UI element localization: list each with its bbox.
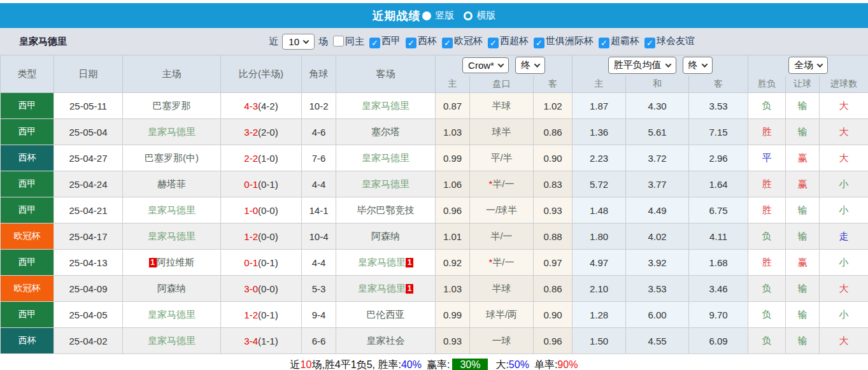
match-count-select[interactable]: 10 — [282, 34, 315, 50]
lose-odds: 6.75 — [689, 197, 748, 224]
handicap-away-odds: 0.83 — [534, 171, 573, 197]
away-team-link[interactable]: 皇家马德里 — [362, 152, 409, 163]
home-team-cell: 阿森纳 — [123, 276, 221, 302]
home-team-link[interactable]: 皇家马德里 — [148, 335, 196, 346]
home-team-cell: 赫塔菲 — [123, 171, 221, 197]
handicap-line: 平/半 — [490, 152, 512, 163]
result-cell: 胜 — [748, 171, 786, 197]
away-team-link[interactable]: 巴伦西亚 — [367, 309, 405, 320]
score-cell: 1-2(0-0) — [221, 224, 302, 250]
match-date: 25-04-02 — [54, 328, 123, 354]
checkbox-checked-icon[interactable]: ✓ — [488, 38, 499, 48]
away-team-link[interactable]: 皇家社会 — [367, 335, 405, 346]
corner-cell: 4-4 — [302, 171, 336, 197]
vertical-radio-label[interactable]: 竖版 — [436, 10, 455, 22]
away-team-link[interactable]: 毕尔巴鄂竞技 — [357, 204, 415, 215]
home-team-link[interactable]: 皇家马德里 — [148, 126, 196, 137]
home-team-link[interactable]: 巴塞罗那 — [153, 100, 191, 111]
away-team-link[interactable]: 皇家马德里 — [358, 257, 406, 267]
col-header-corner: 角球 — [302, 55, 336, 93]
horizontal-radio[interactable] — [464, 11, 473, 20]
summary-profit-rate: 30% — [452, 359, 488, 370]
fulltime-score: 0-1 — [244, 257, 258, 268]
handicap-away-odds: 0.93 — [534, 197, 573, 224]
handicap-result-cell: 输 — [786, 224, 820, 250]
handicap-away-odds: 0.97 — [534, 250, 573, 276]
checkbox-unchecked-icon[interactable] — [333, 36, 344, 46]
vertical-radio[interactable] — [422, 11, 431, 20]
home-team-cell: 皇家马德里 — [123, 302, 221, 328]
lose-odds: 1.64 — [689, 171, 748, 197]
handicap-result-cell: 输 — [786, 119, 820, 145]
halftime-score: (0-1) — [258, 310, 278, 320]
away-team-link[interactable]: 皇家马德里 — [362, 100, 409, 111]
corner-cell: 4-6 — [302, 119, 336, 145]
sub-header-draw: 和 — [626, 76, 689, 93]
handicap-home-odds: 0.92 — [436, 250, 470, 276]
odds-state-select[interactable]: 终 — [515, 57, 545, 74]
checkbox-checked-icon[interactable]: ✓ — [406, 38, 416, 48]
win-odds: 1.80 — [573, 224, 626, 250]
win-odds: 5.72 — [573, 171, 626, 197]
handicap-result-cell: 赢 — [786, 250, 820, 276]
competition-checkbox[interactable]: ✓西杯 — [401, 35, 437, 46]
horizontal-radio-label[interactable]: 横版 — [477, 10, 496, 22]
away-team-link[interactable]: 塞尔塔 — [371, 126, 400, 137]
corner-cell: 10-4 — [302, 224, 336, 250]
same-home-checkbox[interactable]: 同主 — [328, 36, 364, 48]
goals-result-cell: 走 — [820, 224, 868, 250]
home-team-link[interactable]: 皇家马德里 — [148, 309, 196, 320]
competition-checkbox[interactable]: ✓超霸杯 — [594, 35, 639, 46]
corner-cell: 4-4 — [302, 250, 336, 276]
fulltime-score: 2-2 — [244, 153, 258, 164]
halftime-score: (4-2) — [258, 101, 278, 111]
match-date: 25-04-21 — [54, 197, 123, 224]
home-team-link[interactable]: 皇家马德里 — [148, 231, 196, 241]
checkbox-checked-icon[interactable]: ✓ — [534, 38, 544, 48]
home-team-link[interactable]: 赫塔菲 — [157, 178, 186, 189]
home-team-link[interactable]: 阿森纳 — [157, 283, 186, 294]
wdl-average-select[interactable]: 胜平负均值 — [608, 57, 676, 74]
fulltime-select[interactable]: 全场 — [788, 57, 828, 74]
goals-result-cell: 大 — [820, 93, 868, 119]
summary-big-label: 大: — [495, 359, 508, 370]
away-team-link[interactable]: 皇家马德里 — [358, 283, 406, 294]
checkbox-checked-icon[interactable]: ✓ — [442, 38, 453, 48]
corner-cell: 14-1 — [302, 197, 336, 224]
handicap-line: 半/一 — [492, 257, 514, 267]
wdl-state-select[interactable]: 终 — [683, 57, 713, 74]
handicap-away-odds: 0.90 — [534, 302, 573, 328]
competition-checkbox[interactable]: ✓西超杯 — [483, 35, 529, 46]
competition-checkbox[interactable]: ✓世俱洲际杯 — [529, 35, 594, 46]
home-team-cell: 巴塞罗那(中) — [123, 145, 221, 171]
goals-result-cell: 小 — [820, 250, 868, 276]
sub-header-handicap: 盘口 — [470, 76, 534, 93]
fulltime-score: 3-2 — [244, 127, 258, 138]
home-team-link[interactable]: 皇家马德里 — [148, 204, 196, 215]
win-odds: 4.97 — [573, 250, 626, 276]
handicap-away-odds: 1.02 — [534, 93, 573, 119]
col-header-away: 客场 — [336, 55, 436, 93]
draw-odds: 5.61 — [626, 119, 689, 145]
table-row: 西杯 25-04-27 巴塞罗那(中) 2-2(1-0) 7-6 皇家马德里 0… — [1, 145, 868, 171]
competition-checkbox[interactable]: ✓欧冠杯 — [437, 35, 483, 46]
away-team-link[interactable]: 皇家马德里 — [362, 178, 409, 189]
checkbox-checked-icon[interactable]: ✓ — [644, 38, 655, 48]
win-odds: 1.48 — [573, 197, 626, 224]
summary-bar: 近10场,胜4平1负5, 胜率:40%赢率:30%大:50%单率:90% — [0, 354, 868, 370]
home-team-link[interactable]: 巴塞罗那(中) — [145, 152, 199, 163]
checkbox-checked-icon[interactable]: ✓ — [599, 38, 609, 48]
col-header-home: 主场 — [123, 55, 221, 93]
lose-odds: 2.96 — [689, 145, 748, 171]
goals-result: 大 — [839, 100, 849, 111]
home-team-link[interactable]: 阿拉维斯 — [157, 257, 195, 267]
competition-checkbox[interactable]: ✓球会友谊 — [639, 35, 695, 46]
handicap-result: 输 — [798, 100, 808, 111]
away-team-cell: 皇家马德里1 — [336, 250, 436, 276]
result-cell: 胜 — [748, 119, 786, 145]
odds-company-select[interactable]: Crow* — [462, 57, 509, 73]
away-team-link[interactable]: 阿森纳 — [371, 231, 400, 241]
summary-win-rate: 40% — [401, 359, 422, 370]
checkbox-checked-icon[interactable]: ✓ — [369, 38, 380, 48]
competition-checkbox[interactable]: ✓西甲 — [364, 35, 401, 46]
